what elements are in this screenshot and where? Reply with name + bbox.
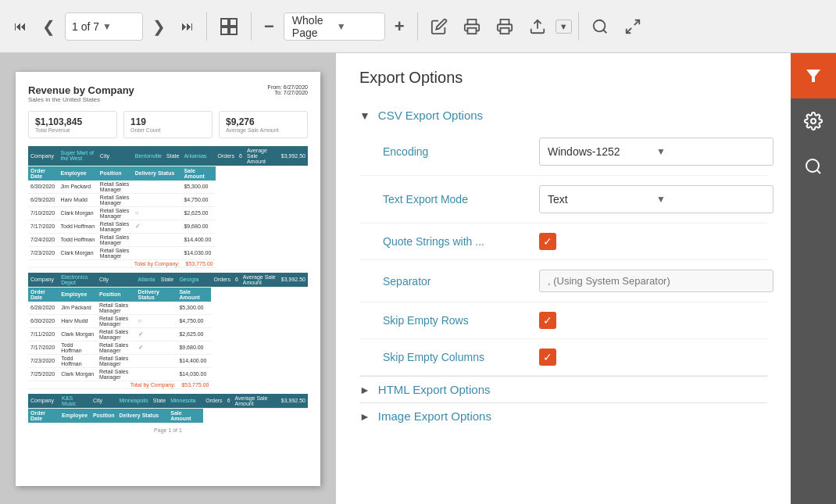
stat-label-revenue: Total Revenue <box>35 127 110 133</box>
zoom-in-button[interactable]: + <box>388 12 411 41</box>
filter-sidebar-button[interactable] <box>791 53 836 98</box>
svg-line-9 <box>634 20 638 24</box>
stat-label-orders: Order Count <box>130 127 205 133</box>
image-expand-icon: ► <box>359 410 370 423</box>
print-all-button[interactable] <box>490 13 520 40</box>
svg-line-10 <box>626 27 631 32</box>
encoding-row: Encoding Windows-1252 ▼ <box>359 128 767 176</box>
settings-sidebar-button[interactable] <box>791 98 836 144</box>
zoom-label: Whole Page <box>292 14 332 39</box>
to-label: To: <box>275 90 284 95</box>
csv-collapse-icon: ▼ <box>359 109 370 122</box>
report-subtitle: Sales in the United States <box>28 96 308 103</box>
separator-2 <box>251 13 252 41</box>
svg-rect-3 <box>230 27 237 34</box>
from-label: From: <box>268 84 284 90</box>
separator-input[interactable] <box>539 270 773 292</box>
skip-empty-cols-label: Skip Empty Columns <box>383 351 539 363</box>
skip-empty-rows-row: Skip Empty Rows ✓ <box>359 302 767 339</box>
separator-3 <box>417 13 418 41</box>
separator-label: Separator <box>383 275 539 288</box>
separator-4 <box>578 13 579 41</box>
company-table-1: CompanySuper Mart of the West CityBenton… <box>28 146 308 268</box>
html-section-header[interactable]: ► HTML Export Options <box>359 376 767 402</box>
export-panel: Export Options ▼ CSV Export Options Enco… <box>336 53 791 504</box>
skip-empty-rows-checkbox[interactable]: ✓ <box>539 312 556 329</box>
page-footer: Page 1 of 1 <box>28 427 308 433</box>
edit-button[interactable] <box>424 13 454 40</box>
export-dropdown-arrow[interactable]: ▼ <box>556 20 572 34</box>
skip-empty-cols-checkbox[interactable]: ✓ <box>539 349 556 366</box>
fullscreen-button[interactable] <box>618 13 648 40</box>
settings-icon <box>804 112 823 130</box>
to-date: 7/27/2020 <box>284 90 308 95</box>
stat-label-avg: Average Sale Amount <box>226 127 301 133</box>
page-nav: 1 of 7 ▼ <box>65 13 143 41</box>
report-page: From: 6/27/2020 To: 7/27/2020 Revenue by… <box>16 72 320 486</box>
html-section-title: HTML Export Options <box>378 383 491 396</box>
svg-marker-11 <box>806 70 820 82</box>
zoom-dropdown-arrow: ▼ <box>337 21 377 32</box>
encoding-value: Windows-1252 <box>548 145 656 158</box>
stat-box-orders: 119 Order Count <box>123 111 213 138</box>
stat-value-orders: 119 <box>130 116 205 127</box>
image-section-title: Image Export Options <box>378 409 491 423</box>
image-section-header[interactable]: ► Image Export Options <box>359 402 767 429</box>
right-sidebar <box>791 53 836 504</box>
csv-section-title: CSV Export Options <box>378 109 483 122</box>
svg-rect-2 <box>221 27 228 34</box>
csv-section-header[interactable]: ▼ CSV Export Options <box>359 102 767 128</box>
quote-strings-label: Quote Strings with ... <box>383 235 539 248</box>
preview-panel: From: 6/27/2020 To: 7/27/2020 Revenue by… <box>0 53 336 504</box>
zoom-out-button[interactable]: − <box>258 12 280 41</box>
print-button[interactable] <box>457 13 487 40</box>
last-page-button[interactable]: ⏭ <box>175 15 200 38</box>
encoding-dropdown[interactable]: Windows-1252 ▼ <box>539 138 773 166</box>
svg-rect-1 <box>230 19 237 26</box>
skip-empty-rows-checkmark: ✓ <box>543 314 552 327</box>
search-toolbar-button[interactable] <box>585 13 615 40</box>
quote-strings-checkbox[interactable]: ✓ <box>539 233 556 250</box>
from-date: 6/27/2020 <box>284 84 308 90</box>
separator-row: Separator <box>359 260 767 302</box>
page-display: 1 of 7 <box>72 20 99 33</box>
encoding-label: Encoding <box>383 145 539 158</box>
prev-page-button[interactable]: ❮ <box>36 13 62 41</box>
report-dates: From: 6/27/2020 To: 7/27/2020 <box>268 84 308 95</box>
skip-empty-cols-row: Skip Empty Columns ✓ <box>359 339 767 376</box>
toolbar: ⏮ ❮ 1 of 7 ▼ ❯ ⏭ − Whole Page ▼ + <box>0 0 836 53</box>
search-sidebar-button[interactable] <box>791 144 836 189</box>
text-export-row: Text Export Mode Text ▼ <box>359 176 767 223</box>
text-export-dropdown[interactable]: Text ▼ <box>539 185 773 213</box>
svg-rect-5 <box>500 27 509 33</box>
stat-value-revenue: $1,103,845 <box>35 116 110 127</box>
main-content: From: 6/27/2020 To: 7/27/2020 Revenue by… <box>0 53 836 504</box>
search-sidebar-icon <box>804 157 823 176</box>
next-page-button[interactable]: ❯ <box>146 13 172 41</box>
stat-value-avg: $9,276 <box>226 116 301 127</box>
svg-rect-4 <box>467 27 476 33</box>
stats-row: $1,103,845 Total Revenue 119 Order Count… <box>28 111 308 138</box>
multi-page-button[interactable] <box>213 13 245 41</box>
encoding-dropdown-arrow: ▼ <box>656 146 765 157</box>
svg-line-14 <box>817 170 820 173</box>
export-title: Export Options <box>359 69 767 87</box>
company-table-3: CompanyK&S Music CityMinneapolis StateMi… <box>28 394 308 423</box>
skip-empty-cols-checkmark: ✓ <box>543 351 552 363</box>
page-nav-dropdown[interactable]: ▼ <box>102 21 112 32</box>
svg-rect-0 <box>221 19 228 26</box>
company-table-2: CompanyElectronics Depot CityAtlanta Sta… <box>28 273 308 389</box>
stat-box-revenue: $1,103,845 Total Revenue <box>28 111 117 138</box>
text-export-value: Text <box>548 193 656 206</box>
html-expand-icon: ► <box>359 384 370 396</box>
filter-icon <box>804 66 823 85</box>
svg-point-7 <box>593 20 605 31</box>
skip-empty-rows-label: Skip Empty Rows <box>383 314 539 327</box>
stat-box-avg: $9,276 Average Sale Amount <box>219 111 308 138</box>
text-export-dropdown-arrow: ▼ <box>656 194 765 205</box>
report-title: Revenue by Company <box>28 84 308 96</box>
zoom-select[interactable]: Whole Page ▼ <box>284 13 385 41</box>
first-page-button[interactable]: ⏮ <box>8 15 33 38</box>
quote-strings-row: Quote Strings with ... ✓ <box>359 223 767 260</box>
export-button[interactable] <box>523 13 552 40</box>
